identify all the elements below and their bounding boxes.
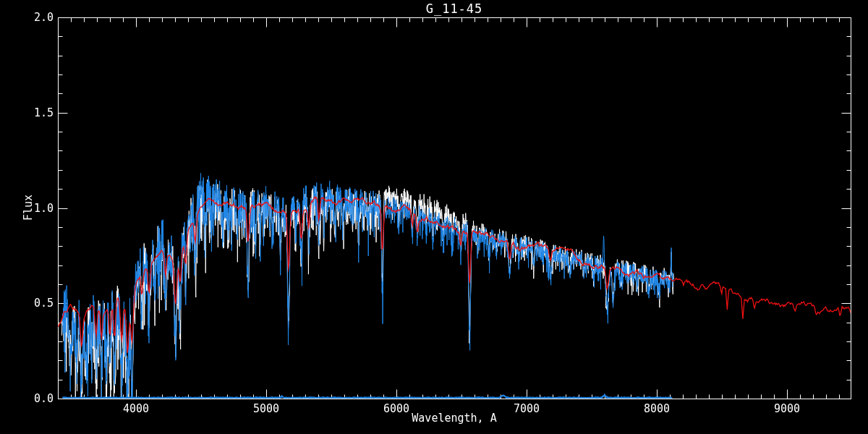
y-tick-label: 2.0 [19,12,54,23]
x-tick-label: 6000 [373,403,420,414]
x-tick-label: 9000 [764,403,810,414]
y-tick-label: 1.5 [19,107,54,119]
spectrum-figure: G_11-45 Wavelength, A Flux 2.01.51.00.50… [0,0,868,434]
x-tick-label: 7000 [503,403,550,414]
spectrum-plot-canvas [0,0,868,434]
y-tick-label: 0.0 [19,393,54,404]
y-tick-label: 1.0 [19,203,54,214]
x-tick-label: 4000 [113,403,159,414]
y-tick-label: 0.5 [19,297,54,309]
x-tick-label: 5000 [243,403,289,414]
x-axis-label: Wavelength, A [58,412,851,425]
x-tick-label: 8000 [634,403,680,414]
plot-title: G_11-45 [58,1,851,16]
